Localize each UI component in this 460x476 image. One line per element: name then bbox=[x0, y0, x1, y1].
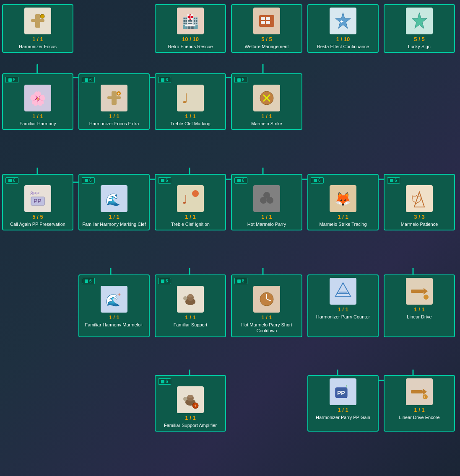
icon-familiar-support-amplifier: + bbox=[177, 386, 204, 413]
svg-point-74 bbox=[424, 295, 429, 300]
badge-harmonizer-focus-extra: 6 bbox=[82, 77, 95, 83]
svg-text:+: + bbox=[117, 291, 121, 298]
counter-linear-drive: 1 / 1 bbox=[414, 306, 424, 313]
node-resta-effect-continuance[interactable]: + 1 / 10 Resta Effect Continuance bbox=[307, 4, 379, 53]
icon-familiar-harmony-marking-clef: 🌊 bbox=[101, 185, 127, 212]
node-retro-friends-rescue[interactable]: 🏥 10 / 10 Retro Friends Rescue bbox=[155, 4, 226, 53]
counter-treble-clef-ignition: 1 / 1 bbox=[185, 214, 195, 220]
counter-familiar-harmony: 1 / 1 bbox=[32, 113, 43, 119]
svg-point-32 bbox=[40, 14, 44, 18]
icon-marmelo-patience: 🛡 bbox=[406, 185, 433, 212]
name-retro-friends-rescue: Retro Friends Rescue bbox=[168, 44, 213, 49]
icon-familiar-harmony-marmelo: 🌊+ bbox=[101, 286, 127, 313]
node-harmonizer-focus[interactable]: 1 / 1 Harmonizer Focus bbox=[2, 4, 73, 53]
svg-rect-44 bbox=[112, 91, 117, 105]
svg-text:+: + bbox=[424, 395, 426, 399]
counter-familiar-support-amplifier: 1 / 1 bbox=[185, 415, 195, 421]
icon-harmonizer-focus-extra: + bbox=[101, 85, 127, 111]
node-familiar-support[interactable]: 6 1 / 1 Familiar Support bbox=[155, 274, 226, 337]
svg-text:+: + bbox=[194, 404, 197, 408]
row-4: 6 🌊+ 1 / 1 Familiar Harmony Marmelo+ 6 1… bbox=[2, 274, 455, 337]
name-linear-drive: Linear Drive bbox=[407, 314, 431, 320]
svg-rect-31 bbox=[35, 14, 40, 28]
icon-retro-friends-rescue: 🏥 bbox=[177, 8, 204, 34]
badge-treble-clef-ignition: 6 bbox=[158, 177, 171, 184]
icon-familiar-harmony: 🌸 bbox=[24, 85, 51, 111]
node-familiar-harmony-marking-clef[interactable]: 6 🌊 1 / 1 Familiar Harmony Marking Clef bbox=[78, 174, 150, 230]
node-treble-clef-marking[interactable]: 6 ♩ 1 / 1 Treble Clef Marking bbox=[155, 73, 226, 130]
node-call-again-pp[interactable]: 6 ŠPPPP 5 / 5 Call Again PP Preservation bbox=[2, 174, 73, 230]
svg-point-57 bbox=[263, 192, 270, 199]
badge-hot-marmelo-parry: 6 bbox=[234, 177, 247, 184]
spacer-row5-col3 bbox=[231, 375, 302, 432]
icon-linear-drive-encore: + bbox=[406, 378, 433, 405]
svg-text:PP: PP bbox=[337, 390, 345, 396]
svg-rect-36 bbox=[266, 17, 270, 20]
node-welfare-management[interactable]: 5 / 5 Welfare Management bbox=[231, 4, 302, 53]
skill-tree: 1 / 1 Harmonizer Focus 🏥 10 / 10 Retro F… bbox=[0, 0, 460, 476]
counter-retro-friends-rescue: 10 / 10 bbox=[182, 36, 199, 42]
svg-text:🏥: 🏥 bbox=[182, 13, 199, 29]
spacer-row5-col0 bbox=[2, 375, 73, 432]
counter-welfare-management: 5 / 5 bbox=[261, 36, 272, 42]
icon-treble-clef-marking: ♩ bbox=[177, 85, 204, 111]
counter-treble-clef-marking: 1 / 1 bbox=[185, 113, 195, 119]
counter-marmelo-strike-tracing: 1 / 1 bbox=[338, 214, 348, 220]
node-hot-marmelo-parry-cooldown[interactable]: 6 1 / 1 Hot Marmelo Parry Short Cooldown bbox=[231, 274, 302, 337]
node-marmelo-strike[interactable]: 6 1 / 1 Marmelo Strike bbox=[231, 73, 302, 130]
name-call-again-pp: Call Again PP Preservation bbox=[10, 221, 65, 227]
icon-resta-effect-continuance: + bbox=[330, 8, 356, 34]
badge-call-again-pp: 6 bbox=[5, 177, 18, 184]
name-marmelo-strike: Marmelo Strike bbox=[251, 121, 282, 127]
counter-familiar-support: 1 / 1 bbox=[185, 314, 195, 321]
svg-text:+: + bbox=[117, 91, 120, 96]
name-resta-effect-continuance: Resta Effect Continuance bbox=[317, 44, 369, 49]
node-linear-drive[interactable]: 1 / 1 Linear Drive bbox=[384, 274, 455, 337]
svg-text:🌸: 🌸 bbox=[29, 91, 46, 106]
node-harmonizer-parry-pp-gain[interactable]: PP↑ 1 / 1 Harmonizer Parry PP Gain bbox=[307, 375, 379, 432]
name-marmelo-strike-tracing: Marmelo Strike Tracing bbox=[319, 221, 366, 227]
name-harmonizer-parry-pp-gain: Harmonizer Parry PP Gain bbox=[316, 414, 370, 420]
icon-hot-marmelo-parry bbox=[253, 185, 280, 212]
badge-marmelo-strike: 6 bbox=[234, 77, 247, 83]
name-linear-drive-encore: Linear Drive Encore bbox=[399, 414, 439, 420]
counter-call-again-pp: 5 / 5 bbox=[32, 214, 43, 220]
svg-text:↑: ↑ bbox=[346, 384, 348, 388]
node-linear-drive-encore[interactable]: + 1 / 1 Linear Drive Encore bbox=[384, 375, 455, 432]
counter-harmonizer-parry-counter: 1 / 1 bbox=[338, 306, 348, 313]
name-familiar-support-amplifier: Familiar Support Amplifier bbox=[164, 422, 217, 428]
node-marmelo-strike-tracing[interactable]: 6 🦊 1 / 1 Marmelo Strike Tracing bbox=[307, 174, 379, 230]
counter-resta-effect-continuance: 1 / 10 bbox=[336, 36, 350, 42]
svg-text:♩: ♩ bbox=[182, 193, 187, 206]
name-familiar-harmony-marmelo: Familiar Harmony Marmelo+ bbox=[85, 322, 143, 328]
node-treble-clef-ignition[interactable]: 6 ♩ 1 / 1 Treble Clef Ignition bbox=[155, 174, 226, 230]
node-marmelo-patience[interactable]: 6 🛡 3 / 3 Marmelo Patience bbox=[384, 174, 455, 230]
node-familiar-harmony[interactable]: 6 🌸 1 / 1 Familiar Harmony bbox=[2, 73, 73, 130]
svg-marker-73 bbox=[424, 288, 428, 295]
node-harmonizer-parry-counter[interactable]: 1 / 1 Harmonizer Parry Counter bbox=[307, 274, 379, 337]
icon-lucky-sign bbox=[406, 8, 433, 34]
name-harmonizer-parry-counter: Harmonizer Parry Counter bbox=[316, 314, 370, 320]
row-5: 6 + 1 / 1 Familiar Support Amplifier PP↑… bbox=[2, 375, 455, 432]
counter-harmonizer-focus-extra: 1 / 1 bbox=[109, 113, 119, 119]
badge-marmelo-patience: 6 bbox=[387, 177, 400, 184]
node-lucky-sign[interactable]: 5 / 5 Lucky Sign bbox=[384, 4, 455, 53]
badge-marmelo-strike-tracing: 6 bbox=[311, 177, 324, 184]
node-harmonizer-focus-extra[interactable]: 6 + 1 / 1 Harmonizer Focus Extra bbox=[78, 73, 150, 130]
name-hot-marmelo-parry: Hot Marmelo Parry bbox=[247, 221, 286, 227]
node-familiar-harmony-marmelo[interactable]: 6 🌊+ 1 / 1 Familiar Harmony Marmelo+ bbox=[78, 274, 150, 337]
counter-linear-drive-encore: 1 / 1 bbox=[414, 407, 424, 413]
svg-rect-72 bbox=[411, 290, 424, 293]
svg-point-65 bbox=[183, 296, 187, 300]
badge-familiar-harmony-marmelo: 6 bbox=[82, 278, 95, 284]
row-2: 6 🌸 1 / 1 Familiar Harmony 6 + 1 / 1 Har… bbox=[2, 73, 302, 130]
spacer-row1-col1 bbox=[78, 4, 150, 53]
node-hot-marmelo-parry[interactable]: 6 1 / 1 Hot Marmelo Parry bbox=[231, 174, 302, 230]
svg-marker-85 bbox=[423, 388, 427, 395]
icon-harmonizer-parry-counter bbox=[330, 278, 356, 305]
counter-marmelo-patience: 3 / 3 bbox=[414, 214, 424, 220]
svg-text:♩: ♩ bbox=[182, 91, 188, 106]
node-familiar-support-amplifier[interactable]: 6 + 1 / 1 Familiar Support Amplifier bbox=[155, 375, 226, 432]
badge-familiar-harmony: 6 bbox=[5, 77, 18, 83]
name-welfare-management: Welfare Management bbox=[245, 44, 289, 49]
